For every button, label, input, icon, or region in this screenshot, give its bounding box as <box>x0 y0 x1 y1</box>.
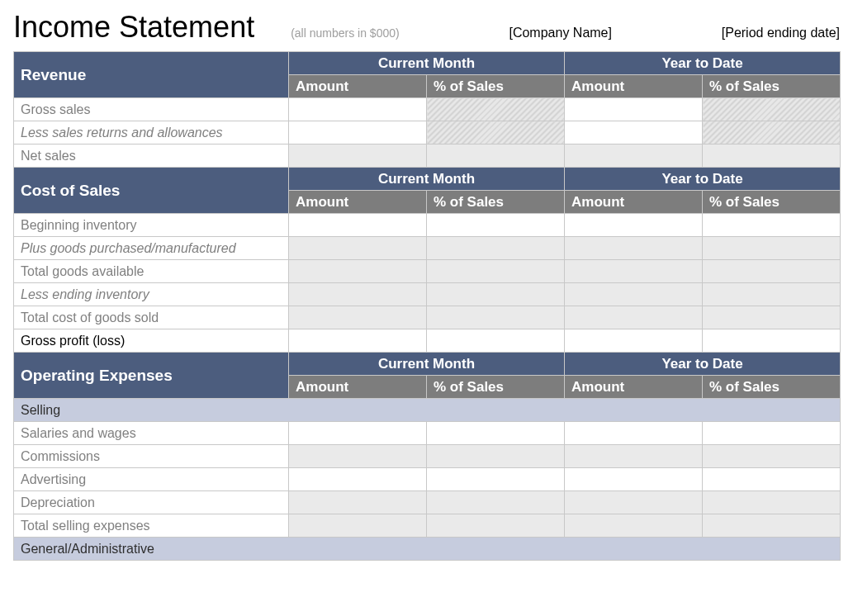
cell[interactable] <box>565 121 703 145</box>
cell <box>289 306 427 329</box>
section-header-cost-of-sales: Cost of Sales Current Month Year to Date <box>14 168 841 191</box>
cell <box>703 121 841 145</box>
cell[interactable] <box>703 445 841 468</box>
cell <box>289 260 427 283</box>
section-header-revenue: Revenue Current Month Year to Date <box>14 52 841 75</box>
subsection-title: General/Administrative <box>14 538 841 561</box>
label: Commissions <box>14 445 289 468</box>
income-statement-table: Revenue Current Month Year to Date Amoun… <box>13 51 841 561</box>
row-total-selling-expenses: Total selling expenses <box>14 514 841 538</box>
label: Net sales <box>14 145 289 168</box>
section-title-revenue: Revenue <box>14 52 289 98</box>
row-depreciation: Depreciation <box>14 491 841 514</box>
cell <box>565 514 703 538</box>
col-header-current-month: Current Month <box>289 52 565 75</box>
cell[interactable] <box>289 214 427 237</box>
label: Less sales returns and allowances <box>14 121 289 145</box>
cell[interactable] <box>289 491 427 514</box>
cell[interactable] <box>289 283 427 306</box>
cell[interactable] <box>427 283 565 306</box>
col-amount-cm: Amount <box>289 75 427 98</box>
label: Less ending inventory <box>14 283 289 306</box>
cell <box>427 98 565 121</box>
cell[interactable] <box>565 98 703 121</box>
cell <box>427 121 565 145</box>
row-gross-profit-loss: Gross profit (loss) <box>14 329 841 353</box>
label: Advertising <box>14 468 289 491</box>
label: Salaries and wages <box>14 422 289 445</box>
cell[interactable] <box>565 214 703 237</box>
col-amount-cm: Amount <box>289 376 427 399</box>
col-pct-ytd: % of Sales <box>703 376 841 399</box>
cell <box>289 329 427 353</box>
col-amount-ytd: Amount <box>565 376 703 399</box>
cell[interactable] <box>427 468 565 491</box>
cell <box>703 329 841 353</box>
cell[interactable] <box>703 422 841 445</box>
row-advertising: Advertising <box>14 468 841 491</box>
cell[interactable] <box>289 422 427 445</box>
cell[interactable] <box>703 468 841 491</box>
cell[interactable] <box>289 121 427 145</box>
cell[interactable] <box>565 283 703 306</box>
page-title: Income Statement <box>13 10 254 45</box>
col-pct-cm: % of Sales <box>427 376 565 399</box>
cell[interactable] <box>289 445 427 468</box>
col-amount-cm: Amount <box>289 191 427 214</box>
cell <box>703 145 841 168</box>
cell[interactable] <box>703 491 841 514</box>
cell[interactable] <box>427 445 565 468</box>
cell[interactable] <box>565 468 703 491</box>
cell[interactable] <box>565 491 703 514</box>
cell <box>565 145 703 168</box>
row-total-goods-available: Total goods available <box>14 260 841 283</box>
cell <box>565 306 703 329</box>
label: Beginning inventory <box>14 214 289 237</box>
row-net-sales: Net sales <box>14 145 841 168</box>
cell[interactable] <box>565 422 703 445</box>
row-less-ending-inventory: Less ending inventory <box>14 283 841 306</box>
section-title-operating-expenses: Operating Expenses <box>14 353 289 399</box>
cell[interactable] <box>703 283 841 306</box>
cell <box>289 145 427 168</box>
row-salaries-wages: Salaries and wages <box>14 422 841 445</box>
label: Plus goods purchased/manufactured <box>14 237 289 260</box>
document-header: Income Statement (all numbers in $000) [… <box>13 10 840 45</box>
col-pct-cm: % of Sales <box>427 75 565 98</box>
cell <box>703 514 841 538</box>
row-total-cost-of-goods-sold: Total cost of goods sold <box>14 306 841 329</box>
cell[interactable] <box>703 214 841 237</box>
col-pct-ytd: % of Sales <box>703 191 841 214</box>
cell[interactable] <box>289 468 427 491</box>
col-amount-ytd: Amount <box>565 191 703 214</box>
cell[interactable] <box>289 237 427 260</box>
cell[interactable] <box>703 237 841 260</box>
label: Gross profit (loss) <box>14 329 289 353</box>
cell[interactable] <box>565 445 703 468</box>
col-header-current-month: Current Month <box>289 353 565 376</box>
cell <box>427 306 565 329</box>
subsection-general-administrative: General/Administrative <box>14 538 841 561</box>
row-less-sales-returns: Less sales returns and allowances <box>14 121 841 145</box>
label: Total cost of goods sold <box>14 306 289 329</box>
label: Depreciation <box>14 491 289 514</box>
subsection-selling: Selling <box>14 399 841 422</box>
cell <box>703 98 841 121</box>
row-commissions: Commissions <box>14 445 841 468</box>
cell[interactable] <box>565 237 703 260</box>
cell[interactable] <box>427 214 565 237</box>
cell[interactable] <box>289 98 427 121</box>
row-gross-sales: Gross sales <box>14 98 841 121</box>
row-beginning-inventory: Beginning inventory <box>14 214 841 237</box>
col-amount-ytd: Amount <box>565 75 703 98</box>
cell <box>703 306 841 329</box>
cell[interactable] <box>427 422 565 445</box>
cell[interactable] <box>427 491 565 514</box>
cell[interactable] <box>427 237 565 260</box>
cell <box>289 514 427 538</box>
col-header-current-month: Current Month <box>289 168 565 191</box>
col-pct-ytd: % of Sales <box>703 75 841 98</box>
col-pct-cm: % of Sales <box>427 191 565 214</box>
cell <box>427 145 565 168</box>
cell <box>703 260 841 283</box>
